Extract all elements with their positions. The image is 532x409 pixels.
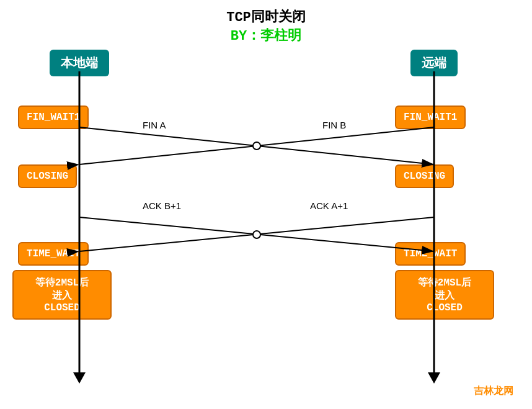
- svg-marker-5: [428, 372, 440, 384]
- diagram-container: TCP同时关闭 BY：李柱明 本地端 远端 FIN_WAIT1 CLOSING …: [0, 0, 532, 409]
- svg-point-8: [253, 142, 260, 150]
- diagram-svg: [0, 0, 532, 409]
- svg-marker-3: [73, 372, 86, 384]
- svg-point-11: [253, 231, 260, 238]
